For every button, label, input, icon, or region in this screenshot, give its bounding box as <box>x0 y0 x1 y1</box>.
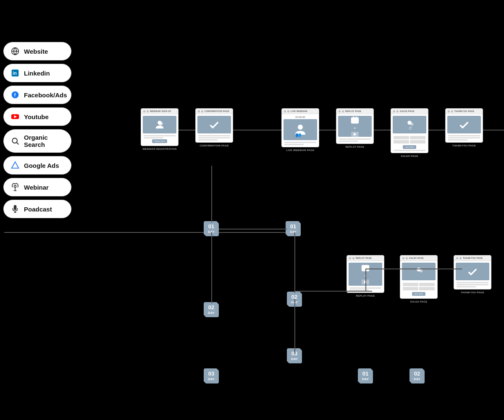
hline-row2 <box>294 291 372 292</box>
sidebar-label-linkedin: Linkedin <box>24 70 50 77</box>
day-badge-01c: 01 DAY <box>358 368 373 383</box>
globe-icon <box>10 47 20 56</box>
sidebar-label-website: Website <box>24 48 48 55</box>
sidebar-label-youtube: Youtube <box>24 113 49 120</box>
day-badge-02c: 02 DAY <box>410 368 425 383</box>
vline-replay2 <box>365 269 366 292</box>
sidebar-item-website[interactable]: Website <box>3 42 71 60</box>
svg-text:⏱: ⏱ <box>409 127 412 130</box>
flow-line-podcast <box>4 232 298 233</box>
confirmation-page-card[interactable]: CONFIRMATION PAGE CONFIRMATION PAGE <box>195 108 233 147</box>
svg-rect-14 <box>14 206 16 210</box>
main-canvas: WEBINAR SIGN UP ⏱ Register Now WEBINAR R… <box>80 0 504 420</box>
sidebar-item-organic-search[interactable]: Organic Search <box>3 129 71 153</box>
svg-text:f: f <box>14 92 16 97</box>
sidebar-item-facebook[interactable]: f Facebook/Ads <box>3 86 71 104</box>
svg-line-9 <box>17 143 19 145</box>
svg-marker-10 <box>12 162 19 168</box>
search-icon <box>10 136 20 146</box>
webinar-registration-card[interactable]: WEBINAR SIGN UP ⏱ Register Now WEBINAR R… <box>141 108 178 150</box>
sidebar-item-linkedin[interactable]: in Linkedin <box>3 64 71 82</box>
connector-day1 <box>219 229 287 230</box>
svg-point-8 <box>12 138 17 143</box>
thankyou-page-2-card[interactable]: THANKYOU PAGE THANKYOU PAGE <box>454 255 491 294</box>
hline-flow2 <box>365 269 462 269</box>
sidebar-item-webinar[interactable]: Webinar <box>3 178 71 196</box>
svg-point-23 <box>354 120 356 122</box>
svg-point-20 <box>298 125 303 130</box>
sidebar-label-podcast: Poadcast <box>24 206 52 213</box>
thankyou-page-card[interactable]: THANKYOU PAGE THANKYOU PAGE <box>445 108 483 147</box>
vline-3 <box>294 232 295 293</box>
live-webinar-card[interactable]: LIVE WEBINAR 00:00:00 👥 LIVE WEBINAR PAG… <box>281 108 319 151</box>
sidebar: Website in Linkedin f Facebook/Ads Youtu… <box>0 42 75 218</box>
sidebar-label-facebook: Facebook/Ads <box>24 91 67 99</box>
facebook-icon: f <box>10 90 20 99</box>
webinar-icon <box>10 183 20 192</box>
svg-text:⏱: ⏱ <box>160 122 163 126</box>
svg-point-27 <box>410 123 413 125</box>
svg-point-34 <box>420 269 423 272</box>
svg-text:👥: 👥 <box>295 132 302 138</box>
sidebar-label-organic-search: Organic Search <box>24 134 64 148</box>
vline-1 <box>211 166 212 222</box>
day-badge-01b: 01 DAY <box>286 221 301 236</box>
linkedin-icon: in <box>10 68 20 78</box>
googleads-icon <box>10 161 20 170</box>
sales-page-card[interactable]: SALES PAGE ⏱ BUY NOW SALES PAGE <box>391 108 428 157</box>
svg-point-11 <box>14 185 16 188</box>
day-badge-02b: 02 DAY <box>204 302 219 317</box>
replay-page-card[interactable]: REPLAY PAGE + <box>336 108 374 148</box>
svg-text:in: in <box>13 70 17 76</box>
sidebar-item-podcast[interactable]: Poadcast <box>3 200 71 218</box>
sidebar-item-youtube[interactable]: Youtube <box>3 107 71 126</box>
sidebar-label-google-ads: Google Ads <box>24 162 59 169</box>
day-badge-03b: 03 DAY <box>204 368 219 383</box>
youtube-icon <box>10 112 20 121</box>
vline-4 <box>294 299 295 354</box>
podcast-icon <box>10 204 20 214</box>
sidebar-item-google-ads[interactable]: Google Ads <box>3 156 71 175</box>
vline-2 <box>211 232 212 303</box>
sidebar-label-webinar: Webinar <box>24 184 49 191</box>
sales-page-2-card[interactable]: SALES PAGE BUY NOW SALES PAGE <box>400 255 438 303</box>
